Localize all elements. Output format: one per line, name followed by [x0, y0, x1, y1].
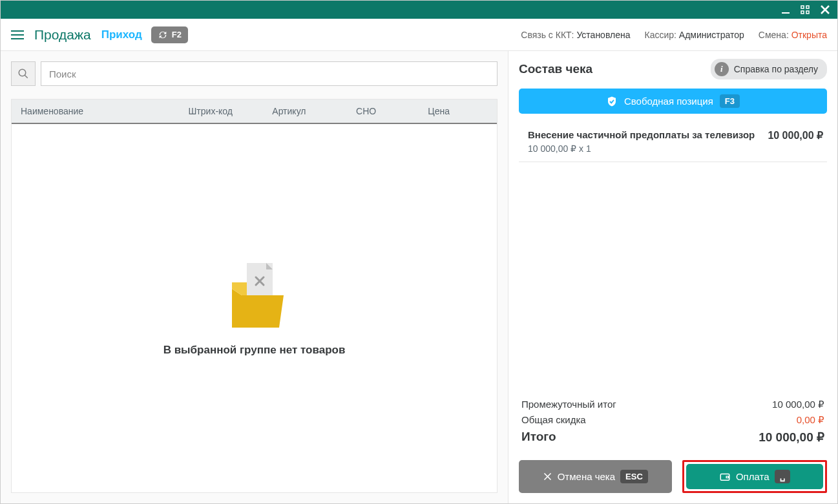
discount-row: Общая скидка 0,00 ₽: [521, 414, 824, 426]
col-sno: СНО: [356, 106, 428, 116]
svg-rect-1: [801, 6, 804, 8]
wallet-icon: [719, 471, 731, 483]
switch-f2-button[interactable]: F2: [151, 26, 188, 43]
cancel-receipt-button[interactable]: Отмена чека ESC: [519, 460, 672, 493]
col-article: Артикул: [272, 106, 356, 116]
pay-button[interactable]: Оплата ␣: [686, 464, 824, 489]
pay-button-highlight: Оплата ␣: [682, 460, 828, 493]
free-position-button[interactable]: Свободная позиция F3: [519, 89, 827, 114]
kkt-status: Связь с ККТ: Установлена: [521, 30, 630, 40]
f3-key-badge: F3: [720, 94, 740, 108]
menu-icon[interactable]: [11, 30, 24, 39]
item-total: 10 000,00 ₽: [768, 129, 823, 142]
cashier-status: Кассир: Администратор: [645, 30, 744, 40]
operation-type[interactable]: Приход: [101, 28, 142, 41]
receipt-panel: Состав чека i Справка по разделу Свободн…: [508, 51, 837, 503]
search-icon: [17, 68, 29, 79]
search-button[interactable]: [11, 61, 36, 86]
info-icon: i: [715, 62, 729, 76]
header: Продажа Приход F2 Связь с ККТ: Установле…: [1, 19, 837, 51]
empty-message: В выбранной группе нет товаров: [163, 344, 346, 357]
catalog-panel: Наименование Штрих-код Артикул СНО Цена …: [1, 51, 508, 503]
space-key-badge: ␣: [775, 470, 790, 483]
search-input[interactable]: [41, 61, 498, 86]
item-detail: 10 000,00 ₽ х 1: [528, 143, 761, 154]
table-header: Наименование Штрих-код Артикул СНО Цена: [12, 100, 497, 124]
help-button[interactable]: i Справка по разделу: [711, 59, 827, 79]
subtotal-row: Промежуточный итог 10 000,00 ₽: [521, 399, 824, 410]
receipt-line-item[interactable]: Внесение частичной предоплаты за телевиз…: [519, 124, 827, 162]
receipt-title: Состав чека: [519, 62, 592, 76]
col-barcode: Штрих-код: [189, 106, 273, 116]
maximize-icon[interactable]: [800, 5, 810, 15]
close-icon[interactable]: [819, 4, 831, 16]
svg-line-8: [25, 75, 28, 78]
refresh-icon: [158, 30, 168, 40]
page-title: Продажа: [34, 27, 91, 43]
svg-point-7: [19, 69, 26, 76]
svg-rect-3: [801, 11, 804, 14]
check-shield-icon: [606, 96, 618, 107]
svg-rect-2: [806, 6, 809, 8]
close-icon: [543, 472, 552, 481]
col-name: Наименование: [21, 106, 189, 116]
shift-status: Смена: Открыта: [759, 30, 827, 40]
esc-key-badge: ESC: [620, 470, 648, 483]
svg-point-14: [727, 476, 728, 478]
empty-state: В выбранной группе нет товаров: [12, 124, 497, 492]
titlebar: [1, 1, 837, 19]
minimize-icon[interactable]: [780, 5, 791, 15]
empty-folder-icon: [222, 260, 287, 331]
col-price: Цена: [428, 106, 488, 116]
item-name: Внесение частичной предоплаты за телевиз…: [528, 129, 761, 140]
svg-rect-4: [806, 11, 809, 14]
grand-total-row: Итого 10 000,00 ₽: [521, 430, 824, 445]
